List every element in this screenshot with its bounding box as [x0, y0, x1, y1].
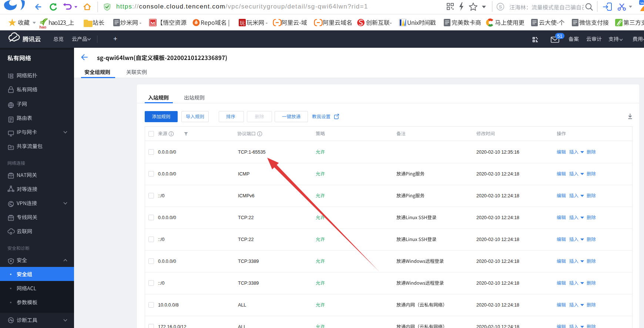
svg-text:TCP:3389: TCP:3389: [238, 259, 259, 264]
svg-text:https://console.cloud.tencent.: https://console.cloud.tencent.com/vpc/se…: [116, 3, 368, 10]
svg-text:2020-02-10 12:24:18: 2020-02-10 12:24:18: [476, 171, 519, 177]
svg-text:2020-02-10 12:24:18: 2020-02-10 12:24:18: [476, 237, 519, 242]
svg-text:2020-02-10 12:24:18: 2020-02-10 12:24:18: [476, 324, 519, 328]
svg-text:TCP:22: TCP:22: [238, 215, 254, 220]
svg-text:ICMP: ICMP: [238, 171, 249, 177]
svg-text:0.0.0.0/0: 0.0.0.0/0: [158, 259, 176, 264]
svg-text:2020-02-10 12:24:18: 2020-02-10 12:24:18: [476, 281, 519, 286]
svg-text:::/0: ::/0: [158, 193, 164, 198]
svg-text:2020-02-10 12:24:18: 2020-02-10 12:24:18: [476, 259, 519, 264]
svg-text:172.16.0.0/12: 172.16.0.0/12: [158, 324, 187, 328]
svg-text:::/0: ::/0: [158, 237, 164, 242]
svg-text:2020-02-10 12:24:18: 2020-02-10 12:24:18: [476, 215, 519, 220]
svg-text:2020-02-10 12:24:18: 2020-02-10 12:24:18: [476, 193, 519, 198]
svg-text:ALL: ALL: [238, 324, 246, 328]
svg-text:2020-02-10 12:35:16: 2020-02-10 12:35:16: [476, 150, 519, 155]
svg-text:+: +: [113, 35, 117, 43]
svg-text:TCP:22: TCP:22: [238, 237, 254, 242]
svg-text:S: S: [499, 4, 502, 10]
svg-text:TCP:1-65535: TCP:1-65535: [238, 150, 265, 155]
svg-text:10.0.0.0/8: 10.0.0.0/8: [158, 302, 179, 308]
svg-text:ALL: ALL: [238, 302, 246, 308]
svg-text:::/0: ::/0: [158, 281, 164, 286]
svg-text:51: 51: [557, 34, 563, 39]
svg-text:M: M: [151, 20, 155, 26]
svg-text:ICMPv6: ICMPv6: [238, 193, 255, 198]
svg-text:2020-02-10 12:24:18: 2020-02-10 12:24:18: [476, 302, 519, 308]
svg-text:hao: hao: [40, 25, 47, 29]
svg-text:TCP:3389: TCP:3389: [238, 281, 259, 286]
svg-text:0.0.0.0/0: 0.0.0.0/0: [158, 171, 176, 177]
svg-text:0.0.0.0/0: 0.0.0.0/0: [158, 215, 176, 220]
svg-text:0.0.0.0/0: 0.0.0.0/0: [158, 150, 176, 155]
